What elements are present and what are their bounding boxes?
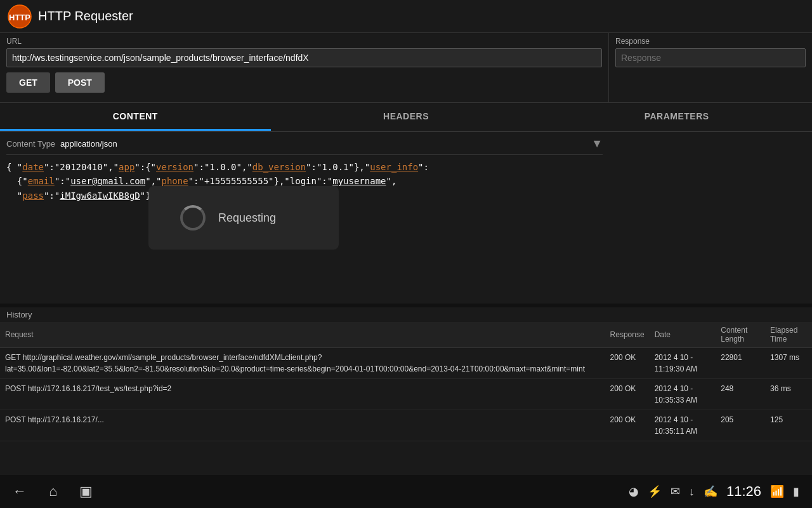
url-response-section: URL GET POST Response — [0, 33, 812, 103]
cell-elapsed-time: 125 — [765, 410, 812, 441]
app-logo-icon: HTTP — [8, 4, 32, 29]
right-panel — [609, 132, 812, 304]
battery-icon: ▮ — [793, 485, 799, 498]
tab-content[interactable]: CONTENT — [0, 103, 271, 131]
cell-request: POST http://172.16.16.217/... — [0, 410, 605, 441]
cell-date: 2012 4 10 - 11:19:30 AM — [650, 348, 716, 379]
response-label: Response — [615, 37, 806, 46]
cell-response: 200 OK — [605, 379, 650, 410]
bottom-nav: ← ⌂ ▣ ◕ ⚡ ✉ ↓ ✍ 11:26 📶 ▮ — [0, 475, 812, 508]
cell-response: 200 OK — [605, 410, 650, 441]
top-bar: HTTP HTTP Requester — [0, 0, 812, 33]
dropdown-arrow-icon[interactable]: ▼ — [591, 137, 603, 150]
tabs-bar: CONTENT HEADERS PARAMETERS — [0, 103, 812, 132]
col-response: Response — [605, 322, 650, 348]
content-type-label: Content Type — [6, 139, 55, 149]
nav-right: ◕ ⚡ ✉ ↓ ✍ 11:26 📶 ▮ — [629, 483, 799, 500]
get-button[interactable]: GET — [6, 72, 50, 93]
loading-overlay: Requesting — [148, 186, 339, 250]
history-tbody: GET http://graphical.weather.gov/xml/sam… — [0, 348, 812, 441]
table-row[interactable]: POST http://172.16.16.217/... 200 OK 201… — [0, 410, 812, 441]
history-title: History — [0, 307, 812, 322]
history-table: Request Response Date Content Length Ela… — [0, 322, 812, 441]
table-header-row: Request Response Date Content Length Ela… — [0, 322, 812, 348]
url-label: URL — [6, 37, 602, 46]
cell-response: 200 OK — [605, 348, 650, 379]
nav-left: ← ⌂ ▣ — [13, 483, 93, 500]
cell-elapsed-time: 36 ms — [765, 379, 812, 410]
history-section: History Request Response Date Content Le… — [0, 307, 812, 441]
content-type-row: Content Type application/json ▼ — [6, 137, 603, 155]
content-area: Content Type application/json ▼ { "date"… — [0, 132, 812, 304]
cell-elapsed-time: 1307 ms — [765, 348, 812, 379]
home-icon[interactable]: ⌂ — [49, 483, 57, 500]
download-icon: ↓ — [689, 485, 695, 498]
cell-content-length: 22801 — [716, 348, 765, 379]
android-icon: ◕ — [629, 485, 639, 498]
col-request: Request — [0, 322, 605, 348]
cell-content-length: 248 — [716, 379, 765, 410]
cell-date: 2012 4 10 - 10:35:33 AM — [650, 379, 716, 410]
clock: 11:26 — [726, 483, 761, 500]
col-date: Date — [650, 322, 716, 348]
cell-content-length: 205 — [716, 410, 765, 441]
wifi-icon: 📶 — [770, 485, 784, 498]
content-type-value: application/json — [60, 139, 117, 149]
cell-request: GET http://graphical.weather.gov/xml/sam… — [0, 348, 605, 379]
back-icon[interactable]: ← — [13, 483, 27, 500]
url-panel: URL GET POST — [0, 33, 609, 102]
tab-headers[interactable]: HEADERS — [271, 103, 542, 131]
table-row[interactable]: GET http://graphical.weather.gov/xml/sam… — [0, 348, 812, 379]
spinner-icon — [180, 205, 206, 231]
usb-icon: ⚡ — [648, 485, 662, 498]
recent-apps-icon[interactable]: ▣ — [79, 483, 93, 500]
col-content-length: Content Length — [716, 322, 765, 348]
cell-request: POST http://172.16.16.217/test_ws/test.p… — [0, 379, 605, 410]
chat-icon: ✍ — [704, 485, 717, 498]
response-input[interactable] — [615, 48, 806, 67]
cell-date: 2012 4 10 - 10:35:11 AM — [650, 410, 716, 441]
tab-parameters[interactable]: PARAMETERS — [541, 103, 812, 131]
response-panel: Response — [609, 33, 812, 102]
gmail-icon: ✉ — [671, 485, 680, 498]
url-input[interactable] — [6, 48, 602, 67]
table-row[interactable]: POST http://172.16.16.217/test_ws/test.p… — [0, 379, 812, 410]
col-elapsed-time: Elapsed Time — [765, 322, 812, 348]
post-button[interactable]: POST — [55, 72, 105, 93]
svg-text:HTTP: HTTP — [9, 13, 30, 22]
method-buttons: GET POST — [6, 72, 602, 93]
loading-text: Requesting — [218, 211, 276, 225]
app-title: HTTP Requester — [38, 9, 133, 23]
